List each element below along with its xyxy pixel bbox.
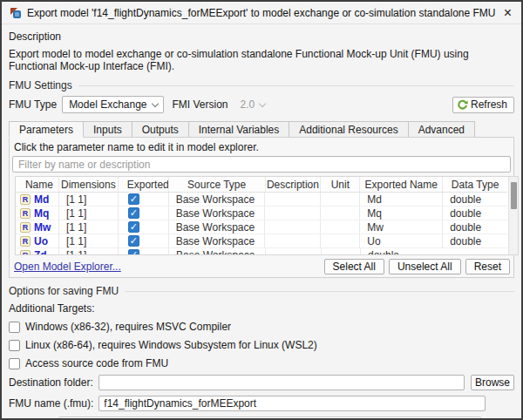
linux-target-label: Linux (x86-64), requires Windows Subsyst… [25,339,317,351]
tab-outputs[interactable]: Outputs [132,121,188,138]
exported-checkbox[interactable] [128,193,139,205]
unit-cell [321,220,360,234]
tab-internal-variables[interactable]: Internal Variables [188,121,289,138]
exported-name-cell: Uo [360,234,443,247]
fmu-settings-controls: FMU Type Model Exchange FMI Version 2.0 … [9,96,514,113]
variable-name[interactable]: Mq [34,207,49,220]
refresh-button[interactable]: Refresh [452,97,514,113]
workspace-variable-icon: R [20,194,31,205]
exported-name-cell: Md [360,193,443,206]
col-header-exported[interactable]: Exported [119,177,169,192]
close-icon[interactable]: × [502,7,513,19]
name-cell[interactable]: R Md [16,193,59,206]
titlebar: Export model 'f14_flightDynamics_forMEEx… [2,2,521,24]
exported-checkbox[interactable] [128,207,139,219]
source-type-cell: Base Workspace [169,220,266,234]
exported-cell [119,234,169,247]
name-cell[interactable]: R Mw [16,220,59,234]
exported-cell [119,193,169,206]
source-type-cell: Base Workspace [169,193,266,206]
fmi-version-label: FMI Version [173,98,228,111]
dimensions-cell: [1 1] [59,207,119,220]
fmu-name-row: FMU name (.fmu): [9,396,514,411]
dimensions-cell: [1 1] [59,248,119,255]
description-cell [265,234,321,247]
workspace-variable-icon: R [20,222,31,233]
source-type-cell: Base Workspace [169,207,266,220]
refresh-label: Refresh [471,98,507,111]
scrollbar-thumb[interactable] [511,182,517,209]
description-cell [265,220,321,234]
name-cell[interactable]: R Zd [16,248,59,255]
linux-target-checkbox[interactable] [9,340,20,351]
table-row: R Mw [1 1] Base Workspace Mw double [16,220,507,234]
description-text: Export model to model exchange or co-sim… [9,48,514,72]
data-type-cell: double [443,220,507,234]
col-header-source-type[interactable]: Source Type [169,177,266,192]
unit-cell [321,193,360,206]
tab-inputs[interactable]: Inputs [84,121,132,138]
fmu-name-input[interactable] [98,396,486,411]
destination-folder-row: Destination folder: Browse [9,375,514,390]
select-all-button[interactable]: Select All [324,259,384,274]
col-header-name[interactable]: Name [16,177,59,192]
data-type-cell: double [443,207,507,220]
table-row: R Zd [1 1] Base Workspace double [16,248,507,255]
name-cell[interactable]: R Uo [16,234,59,247]
data-type-cell: double [443,193,507,206]
tab-parameters[interactable]: Parameters [9,121,84,138]
fmu-export-icon [10,7,22,19]
reset-button[interactable]: Reset [465,259,510,274]
access-source-label: Access source code from FMU [25,357,168,369]
exported-cell [119,207,169,220]
access-source-row: Access source code from FMU [9,357,514,369]
col-header-data-type[interactable]: Data Type [443,177,507,192]
filter-input[interactable] [12,156,511,173]
parameters-hint: Click the parameter name to edit it in m… [12,139,511,156]
options-heading: Options for saving FMU [9,285,514,297]
table-scrollbar[interactable] [508,177,518,254]
variable-name[interactable]: Zd [34,249,47,256]
col-header-description[interactable]: Description [266,177,322,192]
contents-dropdown[interactable]: Standalone FMU(.fmu) only [58,417,481,420]
contents-row: Contents: Standalone FMU(.fmu) only [9,417,514,420]
unit-cell [322,248,361,255]
col-header-dimensions[interactable]: Dimensions [59,177,119,192]
description-cell [265,193,321,206]
browse-button[interactable]: Browse [471,375,514,390]
destination-folder-input[interactable] [98,375,465,390]
exported-checkbox[interactable] [128,249,139,255]
table-row: R Md [1 1] Base Workspace Md double [16,193,507,207]
workspace-variable-icon: R [20,208,31,219]
unit-cell [321,207,360,220]
col-header-unit[interactable]: Unit [321,177,360,192]
exported-cell [119,220,169,234]
chevron-down-icon [151,99,158,106]
access-source-checkbox[interactable] [9,358,20,369]
windows-target-checkbox[interactable] [9,322,20,333]
tab-advanced[interactable]: Advanced [408,121,475,138]
fmi-version-value: 2.0 [241,98,255,111]
parameters-panel: Click the parameter name to edit it in m… [9,137,514,278]
dimensions-cell: [1 1] [59,220,119,234]
chevron-down-icon [259,99,266,106]
panel-footer: Open Model Explorer... Select All Unsele… [12,259,511,274]
tab-additional-resources[interactable]: Additional Resources [289,121,407,138]
exported-cell [119,248,169,255]
fmu-type-label: FMU Type [9,98,57,111]
fmu-type-dropdown[interactable]: Model Exchange [62,96,163,113]
unit-cell [321,234,360,247]
variable-name[interactable]: Md [34,193,49,206]
open-model-explorer-link[interactable]: Open Model Explorer... [14,261,121,273]
variable-name[interactable]: Mw [34,221,51,234]
windows-target-label: Windows (x86-32), requires MSVC Compiler [25,321,231,333]
name-cell[interactable]: R Mq [16,207,59,220]
variable-name[interactable]: Uo [34,235,48,247]
exported-checkbox[interactable] [128,221,139,233]
col-header-exported-name[interactable]: Exported Name [360,177,443,192]
source-type-cell: Base Workspace [169,234,266,247]
fmu-name-label: FMU name (.fmu): [9,397,93,410]
parameters-table: Name Dimensions Exported Source Type Des… [15,176,519,255]
unselect-all-button[interactable]: Unselect All [389,259,461,274]
exported-checkbox[interactable] [128,235,139,247]
